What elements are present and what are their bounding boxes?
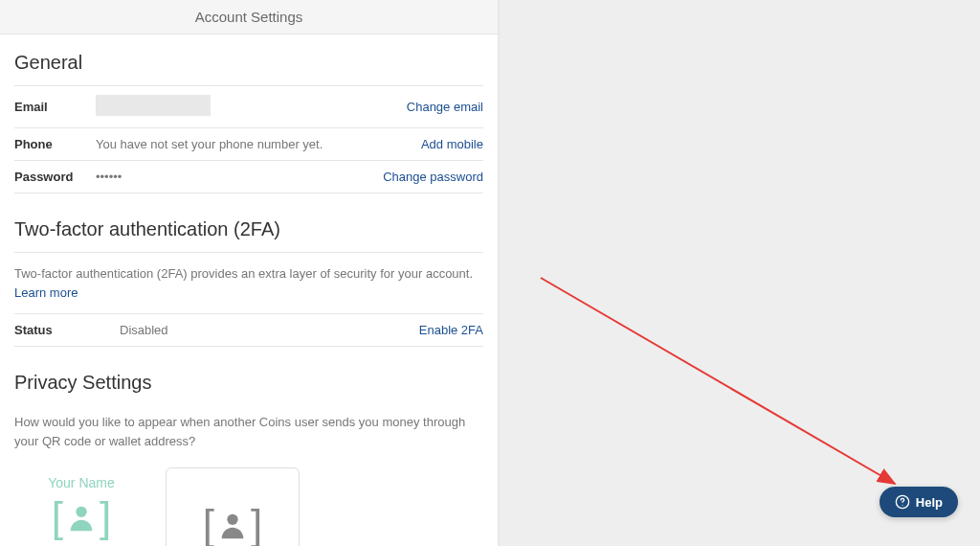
twofa-desc-text: Two-factor authentication (2FA) provides… <box>14 266 473 281</box>
learn-more-link[interactable]: Learn more <box>14 285 78 300</box>
bracket-left-icon: [ <box>52 496 63 538</box>
panel-header: Account Settings <box>0 0 498 34</box>
privacy-description: How would you like to appear when anothe… <box>14 405 483 467</box>
panel-content: General Email Change email Phone You hav… <box>0 34 498 546</box>
help-icon <box>895 494 910 510</box>
svg-point-0 <box>76 507 86 517</box>
help-label: Help <box>916 495 943 510</box>
email-redacted <box>96 95 211 116</box>
phone-value: You have not set your phone number yet. <box>96 137 421 151</box>
phone-label: Phone <box>14 137 96 151</box>
email-value <box>96 95 407 119</box>
settings-panel: Account Settings General Email Change em… <box>0 0 498 546</box>
bracket-right-icon: ] <box>100 496 111 538</box>
person-icon <box>216 509 249 541</box>
status-value: Disabled <box>120 323 419 337</box>
password-value: •••••• <box>96 170 383 184</box>
change-email-link[interactable]: Change email <box>407 100 483 114</box>
section-title-general: General <box>14 52 483 74</box>
card-individual[interactable]: Your Name [ ] INDIVIDUAL Member since No… <box>14 467 148 546</box>
row-password: Password •••••• Change password <box>14 160 483 193</box>
section-title-privacy: Privacy Settings <box>14 372 483 394</box>
row-email: Email Change email <box>14 85 483 127</box>
add-mobile-link[interactable]: Add mobile <box>421 137 483 151</box>
password-label: Password <box>14 170 96 184</box>
individual-name: Your Name <box>48 475 115 490</box>
email-label: Email <box>14 100 96 114</box>
row-phone: Phone You have not set your phone number… <box>14 127 483 160</box>
twofa-description: Two-factor authentication (2FA) provides… <box>14 252 483 313</box>
change-password-link[interactable]: Change password <box>383 170 483 184</box>
svg-line-3 <box>541 278 895 484</box>
status-label: Status <box>14 323 120 337</box>
privacy-cards: Your Name [ ] INDIVIDUAL Member since No… <box>14 467 483 546</box>
section-title-2fa: Two-factor authentication (2FA) <box>14 218 483 240</box>
svg-point-5 <box>902 505 902 506</box>
page-title: Account Settings <box>0 9 498 25</box>
enable-2fa-link[interactable]: Enable 2FA <box>419 323 483 337</box>
avatar-individual: [ ] <box>52 496 111 538</box>
row-2fa-status: Status Disabled Enable 2FA <box>14 313 483 347</box>
bracket-left-icon: [ <box>203 504 214 546</box>
person-icon <box>65 501 98 534</box>
bracket-right-icon: ] <box>251 504 262 546</box>
help-button[interactable]: Help <box>880 487 958 517</box>
card-unverified[interactable]: [ ] UNVERIFIED <box>166 467 300 546</box>
svg-point-1 <box>227 514 237 525</box>
avatar-unverified: [ ] <box>203 504 262 546</box>
